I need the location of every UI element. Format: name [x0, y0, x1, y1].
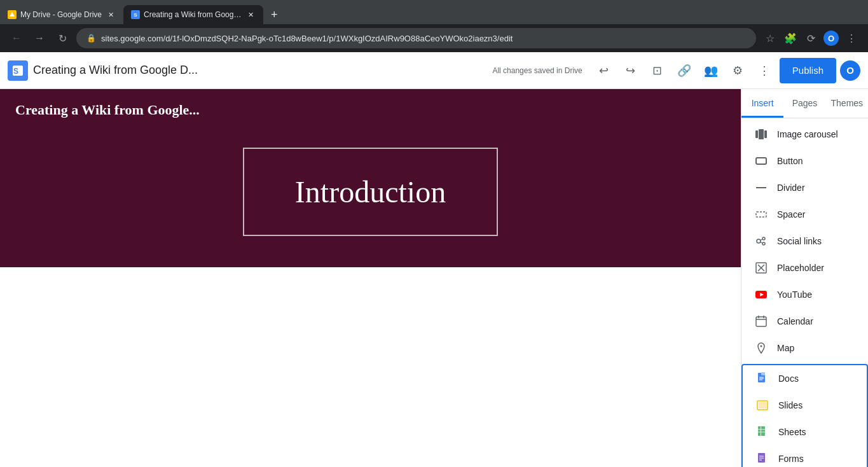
reload-button[interactable]: ↻: [53, 29, 71, 47]
button-icon: [754, 154, 768, 168]
extensions-icon[interactable]: 🧩: [782, 29, 799, 47]
divider-icon: [754, 181, 768, 195]
panel-tabs-container: ➜ Insert Pages Themes: [741, 89, 868, 118]
insert-label-forms: Forms: [778, 454, 804, 464]
insert-item-forms[interactable]: Forms: [743, 445, 867, 467]
panel-tabs: Insert Pages Themes: [741, 89, 868, 118]
forward-button[interactable]: →: [31, 29, 48, 47]
insert-label-social-links: Social links: [777, 236, 822, 246]
insert-item-placeholder[interactable]: Placeholder: [741, 254, 868, 281]
toolbar-actions: ↩ ↪ ⊡ 🔗 👥 ⚙ ⋮ Publish O: [593, 58, 860, 83]
sync-icon[interactable]: ⟳: [802, 29, 820, 47]
tab-favicon-drive: [8, 10, 17, 19]
tab-favicon-sites: S: [131, 10, 140, 19]
insert-label-placeholder: Placeholder: [777, 263, 824, 273]
insert-label-sheets: Sheets: [778, 427, 806, 437]
undo-button[interactable]: ↩: [593, 59, 616, 82]
tab-insert[interactable]: Insert: [741, 89, 783, 118]
more-button[interactable]: ⋮: [753, 59, 776, 82]
placeholder-icon: [754, 261, 768, 275]
profile-avatar-chrome: O: [823, 31, 839, 46]
content-section[interactable]: [0, 267, 741, 458]
forms-icon: [755, 452, 769, 466]
spacer-icon: [754, 207, 768, 221]
chrome-actions: ☆ 🧩 ⟳ O ⋮: [761, 29, 860, 47]
svg-marker-0: [10, 12, 15, 17]
share-button[interactable]: 👥: [699, 59, 722, 82]
profile-avatar[interactable]: O: [840, 60, 860, 81]
svg-rect-30: [759, 402, 766, 408]
svg-rect-25: [761, 372, 765, 375]
insert-item-social-links[interactable]: Social links: [741, 228, 868, 254]
svg-point-23: [761, 345, 762, 347]
settings-button[interactable]: ⚙: [726, 59, 749, 82]
youtube-icon: [754, 288, 768, 302]
main-layout: Creating a Wiki from Google... Introduct…: [0, 89, 868, 467]
tab-label-drive: My Drive - Google Drive: [20, 10, 102, 19]
svg-point-10: [762, 237, 765, 240]
insert-items: Image carousel Button Divider: [741, 118, 868, 364]
slides-icon: [755, 398, 769, 412]
tab-pages[interactable]: Pages: [783, 89, 825, 118]
svg-line-13: [761, 242, 762, 244]
svg-rect-31: [758, 426, 765, 436]
chrome-menu-button[interactable]: ⋮: [843, 29, 860, 47]
insert-item-docs[interactable]: Docs: [743, 365, 867, 392]
insert-item-youtube[interactable]: YouTube: [741, 281, 868, 308]
publish-button[interactable]: Publish: [780, 58, 836, 83]
insert-item-sheets[interactable]: Sheets: [743, 419, 867, 445]
insert-item-image-carousel[interactable]: Image carousel: [741, 121, 868, 148]
from-google-section: Docs Slides: [741, 364, 868, 467]
svg-rect-3: [755, 130, 758, 138]
browser-chrome: My Drive - Google Drive ✕ S Creating a W…: [0, 0, 868, 52]
address-bar: ← → ↻ 🔒 sites.google.com/d/1f-lOxDmzdSQH…: [0, 24, 868, 52]
docs-icon: [755, 372, 769, 386]
carousel-icon: [754, 127, 768, 141]
insert-label-spacer: Spacer: [777, 209, 805, 220]
preview-button[interactable]: ⊡: [646, 59, 669, 82]
insert-label-docs: Docs: [778, 373, 799, 384]
svg-rect-19: [756, 317, 766, 326]
lock-icon: 🔒: [86, 34, 96, 43]
insert-item-slides[interactable]: Slides: [743, 392, 867, 419]
insert-item-button[interactable]: Button: [741, 148, 868, 174]
svg-text:S: S: [13, 67, 18, 76]
insert-item-divider[interactable]: Divider: [741, 174, 868, 201]
sheets-icon: [755, 425, 769, 439]
calendar-icon: [754, 314, 768, 328]
svg-rect-8: [756, 212, 766, 217]
svg-rect-4: [759, 129, 764, 139]
insert-label-slides: Slides: [778, 400, 803, 410]
hero-title: Creating a Wiki from Google...: [15, 102, 726, 118]
tab-label-sites: Creating a Wiki from Google Do...: [144, 10, 242, 19]
link-button[interactable]: 🔗: [673, 59, 696, 82]
social-links-icon: [754, 234, 768, 248]
insert-item-calendar[interactable]: Calendar: [741, 308, 868, 335]
insert-label-button: Button: [777, 156, 803, 166]
hero-section[interactable]: Creating a Wiki from Google... Introduct…: [0, 89, 741, 267]
app-title: Creating a Wiki from Google D...: [33, 64, 487, 77]
tab-sites[interactable]: S Creating a Wiki from Google Do... ✕: [123, 5, 263, 24]
insert-item-spacer[interactable]: Spacer: [741, 201, 868, 228]
insert-item-map[interactable]: Map: [741, 335, 868, 361]
svg-point-11: [762, 242, 765, 245]
tab-close-sites[interactable]: ✕: [245, 10, 256, 20]
profile-button-chrome[interactable]: O: [822, 29, 840, 47]
url-text: sites.google.com/d/1f-lOxDmzdSQH2-NaPgk-…: [101, 34, 746, 43]
svg-point-9: [757, 239, 761, 243]
insert-label-youtube: YouTube: [777, 289, 812, 300]
new-tab-button[interactable]: +: [266, 6, 283, 24]
map-icon: [754, 341, 768, 355]
url-bar[interactable]: 🔒 sites.google.com/d/1f-lOxDmzdSQH2-NaPg…: [76, 28, 756, 48]
bookmarks-icon[interactable]: ☆: [761, 29, 779, 47]
save-status: All changes saved in Drive: [492, 66, 582, 75]
back-button[interactable]: ←: [8, 29, 25, 47]
tab-drive[interactable]: My Drive - Google Drive ✕: [0, 5, 123, 24]
tab-themes[interactable]: Themes: [826, 89, 868, 118]
introduction-box[interactable]: Introduction: [243, 148, 498, 236]
insert-label-divider: Divider: [777, 183, 805, 193]
redo-button[interactable]: ↪: [619, 59, 642, 82]
insert-label-image-carousel: Image carousel: [777, 129, 838, 139]
tab-close-drive[interactable]: ✕: [106, 10, 116, 20]
svg-line-12: [761, 239, 762, 240]
